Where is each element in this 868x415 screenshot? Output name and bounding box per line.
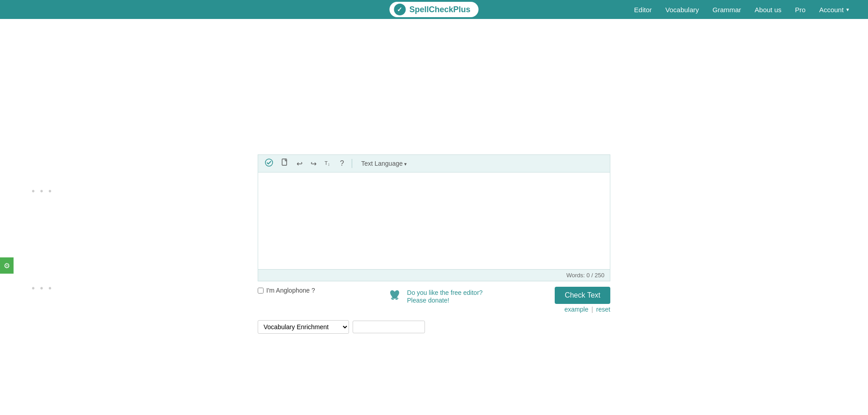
text-language-btn[interactable]: Text Language [358, 159, 410, 168]
nav-editor[interactable]: Editor [634, 6, 652, 14]
undo-icon-btn[interactable]: ↩ [294, 159, 305, 169]
anglophone-label[interactable]: I'm Anglophone ? [266, 287, 315, 294]
toolbar-divider [352, 159, 352, 168]
nav-pro[interactable]: Pro [795, 6, 806, 14]
left-dots-1: • • • [32, 186, 53, 196]
anglophone-checkbox[interactable] [258, 288, 264, 294]
navbar: ✓ SpellCheckPlus Editor Vocabulary Gramm… [0, 0, 868, 19]
svg-rect-1 [282, 159, 287, 165]
donate-wrap: Do you like the free editor? Please dona… [387, 287, 482, 305]
nav-grammar[interactable]: Grammar [712, 6, 741, 14]
donate-heart-icon [387, 287, 402, 305]
below-editor-row: I'm Anglophone ? Do you like the free ed… [258, 287, 610, 313]
example-link[interactable]: example [565, 306, 589, 313]
brand-name: SpellCheckPlus [409, 5, 470, 14]
donate-link2[interactable]: Please donate! [407, 297, 449, 304]
editor-container: ↩ ↪ T ↕ ? Text Language Words: 0 / 250 [258, 154, 610, 281]
svg-text:↕: ↕ [328, 162, 330, 167]
vocab-row: Vocabulary Enrichment [258, 320, 610, 334]
donate-text: Do you like the free editor? Please dona… [407, 289, 482, 304]
font-size-icon-btn[interactable]: T ↕ [322, 158, 334, 169]
nav-about-us[interactable]: About us [755, 6, 781, 14]
check-text-wrap: Check Text example | reset [555, 287, 610, 313]
nav-links: Editor Vocabulary Grammar About us Pro A… [634, 6, 850, 14]
donate-link1[interactable]: Do you like the free editor? [407, 289, 482, 296]
separator: | [591, 306, 593, 313]
new-document-icon-btn[interactable] [279, 158, 291, 169]
word-count: Words: 0 / 250 [566, 272, 604, 279]
reset-link[interactable]: reset [596, 306, 610, 313]
nav-account[interactable]: Account [819, 6, 850, 14]
nav-vocabulary[interactable]: Vocabulary [665, 6, 699, 14]
vocabulary-select[interactable]: Vocabulary Enrichment [258, 320, 349, 334]
editor-textarea-wrap [258, 172, 610, 270]
vocab-input[interactable] [353, 321, 425, 333]
gear-button[interactable]: ⚙ [0, 257, 14, 274]
left-dots-2: • • • [32, 283, 53, 294]
editor-textarea[interactable] [258, 173, 610, 267]
brand-logo[interactable]: ✓ SpellCheckPlus [389, 2, 478, 17]
spellcheck-icon-btn[interactable] [263, 158, 275, 169]
redo-icon-btn[interactable]: ↪ [308, 159, 319, 169]
help-icon-btn[interactable]: ? [338, 159, 346, 168]
svg-text:T: T [325, 160, 328, 166]
check-text-button[interactable]: Check Text [555, 287, 610, 304]
svg-point-0 [265, 159, 273, 166]
editor-footer: Words: 0 / 250 [258, 270, 610, 281]
anglophone-wrap: I'm Anglophone ? [258, 287, 315, 294]
example-reset-links: example | reset [565, 306, 610, 313]
main-content: • • • • • • ⚙ ↩ ↪ T [0, 19, 868, 415]
brand-check-icon: ✓ [394, 4, 406, 15]
editor-toolbar: ↩ ↪ T ↕ ? Text Language [258, 154, 610, 172]
